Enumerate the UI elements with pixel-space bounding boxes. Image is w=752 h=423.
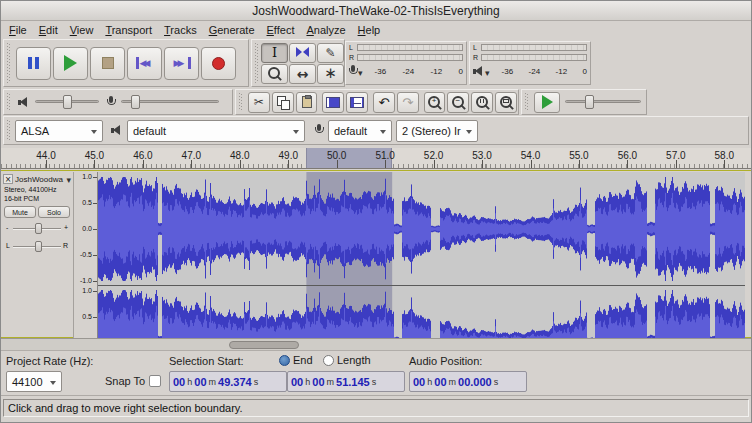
selection-end-time[interactable]: 00 h 00 m 51.145 s [287,371,405,392]
audacity-window: JoshWoodward-TheWake-02-ThisIsEverything… [0,0,752,423]
time-hours[interactable]: 00 [173,376,185,388]
mute-button[interactable]: Mute [4,206,36,218]
playback-device-select[interactable]: default [127,120,305,142]
snap-to-checkbox[interactable] [149,375,161,387]
timeline-label: 47.0 [182,150,201,161]
pause-button[interactable] [16,47,51,80]
toolbar-grip[interactable] [6,120,12,141]
undo-button[interactable] [373,92,395,113]
solo-button[interactable]: Solo [38,206,70,218]
selection-tool-button[interactable] [261,43,288,63]
pan-slider[interactable]: L R [4,239,70,254]
timeline-label: 44.0 [36,150,55,161]
timeline-tick [482,160,483,168]
time-seconds[interactable]: 00.000 [458,376,492,388]
cut-button[interactable] [248,92,270,113]
menu-item[interactable]: View [64,23,100,37]
time-hours[interactable]: 00 [291,376,303,388]
audio-host-select[interactable]: ALSA [15,120,103,142]
waveform-canvas[interactable] [98,172,745,338]
play-speed-slider[interactable] [563,94,643,110]
menubar: FileEditViewTransportTracksGenerateEffec… [1,21,751,39]
toolbar-grip[interactable] [6,43,12,83]
multi-tool-button[interactable] [317,64,344,84]
time-shift-tool-button[interactable] [289,64,316,84]
timeline-label: 45.0 [85,150,104,161]
recording-volume-slider[interactable] [119,94,221,110]
scale-label: 0.0 [82,225,92,232]
toolbar-grip[interactable] [524,93,530,111]
playback-meter-toolbar[interactable]: L R -36-24-120 [469,41,591,85]
menu-item[interactable]: Generate [203,23,261,37]
copy-button[interactable] [272,92,294,113]
zoom-fit-project-button[interactable] [495,92,517,113]
menu-item[interactable]: Analyze [300,23,351,37]
horizontal-scrollbar-thumb[interactable] [229,341,299,349]
audio-position-time[interactable]: 00 h 00 m 00.000 s [409,371,527,392]
recording-channels-select[interactable]: 2 (Stereo) Ir [396,120,478,142]
menu-item[interactable]: Effect [261,23,301,37]
track-menu-icon[interactable] [66,173,71,185]
draw-tool-button[interactable] [317,43,344,63]
slider-thumb[interactable] [585,95,594,109]
horizontal-scrollbar[interactable] [1,338,751,350]
time-seconds[interactable]: 51.145 [336,376,370,388]
skip-to-start-button[interactable] [127,47,162,80]
stop-icon [102,57,114,69]
record-button[interactable] [201,47,236,80]
slider-thumb[interactable] [35,241,42,252]
meter-scale-label: -24 [529,67,541,76]
draw-tool-icon [325,46,335,60]
toolbar-grip[interactable] [254,43,258,83]
slider-thumb[interactable] [63,95,72,109]
selection-start-time[interactable]: 00 h 00 m 49.374 s [169,371,287,392]
menu-item[interactable]: Transport [99,23,158,37]
time-hours[interactable]: 00 [413,376,425,388]
menu-item[interactable]: File [3,23,33,37]
envelope-tool-button[interactable] [289,43,316,63]
redo-button[interactable] [397,92,419,113]
radio-dot [279,355,290,366]
playback-volume-slider[interactable] [33,94,101,110]
toolbar-grip[interactable] [6,93,12,111]
time-unit-m: m [449,377,457,387]
scale-tick [93,177,97,178]
toolbar-grip[interactable] [238,93,244,111]
skip-to-end-button[interactable] [164,47,199,80]
timeline-label: 52.0 [424,150,443,161]
timeline-ruler[interactable]: 44.045.046.047.048.049.050.051.052.053.0… [1,148,751,169]
zoom-out-button[interactable] [447,92,469,113]
play-button[interactable] [53,47,88,80]
skip-to-start-icon [136,57,154,69]
track-title[interactable]: JoshWoodwa [15,175,65,184]
slider-thumb[interactable] [131,95,140,109]
zoom-to-selection-button[interactable] [471,92,493,113]
menu-item[interactable]: Tracks [158,23,203,37]
time-minutes[interactable]: 00 [434,376,446,388]
paste-button[interactable] [296,92,318,113]
silence-audio-button[interactable] [346,92,368,113]
gain-slider[interactable]: - + [4,221,70,236]
radio-length[interactable]: Length [323,354,371,366]
zoom-tool-button[interactable] [261,64,288,84]
radio-end[interactable]: End [279,354,313,366]
time-seconds[interactable]: 49.374 [218,376,252,388]
playback-meter-bar-left [481,44,587,51]
scale-label: 1.0 [82,287,92,294]
project-rate-select[interactable]: 44100 [6,371,62,392]
menu-item[interactable]: Edit [33,23,64,37]
slider-thumb[interactable] [35,223,42,234]
recording-meter-toolbar[interactable]: L R -36-24-120 [345,41,467,85]
zoom-in-button[interactable] [424,92,446,113]
play-at-speed-button[interactable] [534,92,560,113]
trim-audio-button[interactable] [322,92,344,113]
menu-item[interactable]: Help [352,23,387,37]
silence-icon [350,97,364,108]
time-minutes[interactable]: 00 [194,376,206,388]
time-minutes[interactable]: 00 [312,376,324,388]
stop-button[interactable] [90,47,125,80]
recording-device-select[interactable]: default [328,120,392,142]
vertical-scale-ruler[interactable]: 1.00.50.0-0.5-1.01.00.5 [74,172,98,338]
close-track-button[interactable] [3,174,13,184]
titlebar[interactable]: JoshWoodward-TheWake-02-ThisIsEverything [1,1,751,21]
